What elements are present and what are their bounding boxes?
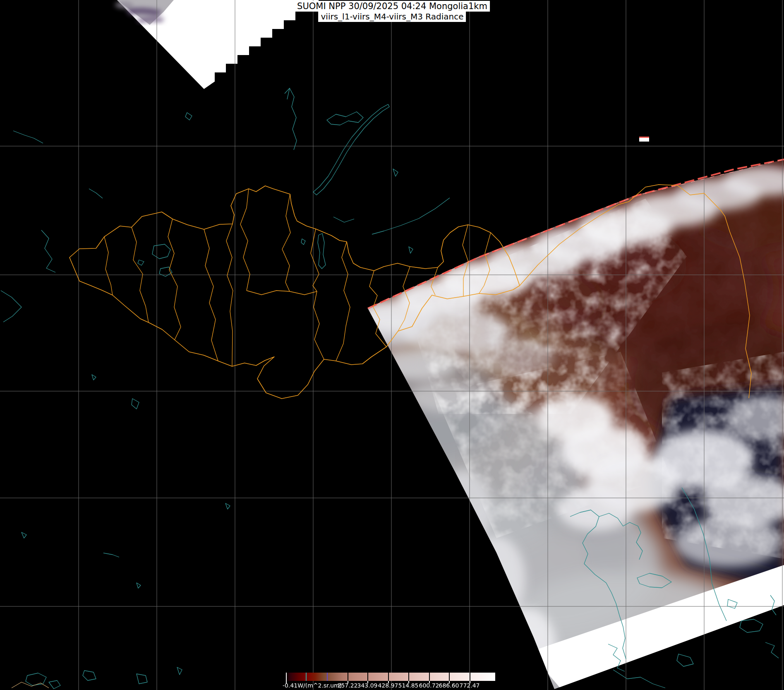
radiance-colorbar: -0.41W/(m^2.sr.um) 257.22 343.09 428.97 … xyxy=(286,673,495,689)
swath-imagery xyxy=(352,159,784,690)
colorbar-value-label: 343.09 xyxy=(357,682,378,689)
title-line1: SUOMI NPP 30/09/2025 04:24 Mongolia1km xyxy=(295,1,490,12)
colorbar-value-label: 686.60 xyxy=(439,682,459,689)
colorbar-tick xyxy=(388,673,389,681)
colorbar-tick xyxy=(429,673,430,681)
colorbar-unit-label: -0.41W/(m^2.sr.um) xyxy=(283,682,342,689)
lake-khovsgol xyxy=(318,233,326,269)
edge-cloud-block-rim xyxy=(639,137,649,138)
colorbar-tick xyxy=(367,673,368,681)
edge-cloud-block xyxy=(639,137,649,142)
colorbar-tick xyxy=(408,673,409,681)
colorbar-value-label: 428.97 xyxy=(378,682,398,689)
reservoir-squiggle xyxy=(327,112,363,125)
colorbar-tick xyxy=(470,673,470,681)
colorbar-value-label: 514.85 xyxy=(398,682,419,689)
river-angara xyxy=(290,88,297,150)
colorbar-value-label: 257.22 xyxy=(338,682,358,689)
colorbar-value-label: 600.72 xyxy=(419,682,439,689)
satellite-viewer-canvas: SUOMI NPP 30/09/2025 04:24 Mongolia1km v… xyxy=(0,0,784,690)
lake-uvs xyxy=(152,244,170,259)
title-line2: viirs_l1-viirs_M4-viirs_M3 Radiance xyxy=(319,12,466,22)
colorbar-tick-teal xyxy=(306,673,307,681)
lake-baikal xyxy=(313,104,389,195)
colorbar-tick-start xyxy=(286,673,287,681)
colorbar-value-label: 772.47 xyxy=(460,682,480,689)
image-title: SUOMI NPP 30/09/2025 04:24 Mongolia1km v… xyxy=(295,1,490,22)
island-jeju xyxy=(740,619,763,632)
colorbar-tick-end xyxy=(492,673,494,681)
map-svg xyxy=(0,0,784,690)
colorbar-tick-purple xyxy=(327,673,328,681)
river-selenga xyxy=(372,198,450,234)
colorbar-tick xyxy=(449,673,450,681)
colorbar-gradient xyxy=(286,673,495,681)
colorbar-tick xyxy=(348,673,348,681)
edge-wedge xyxy=(115,0,319,89)
